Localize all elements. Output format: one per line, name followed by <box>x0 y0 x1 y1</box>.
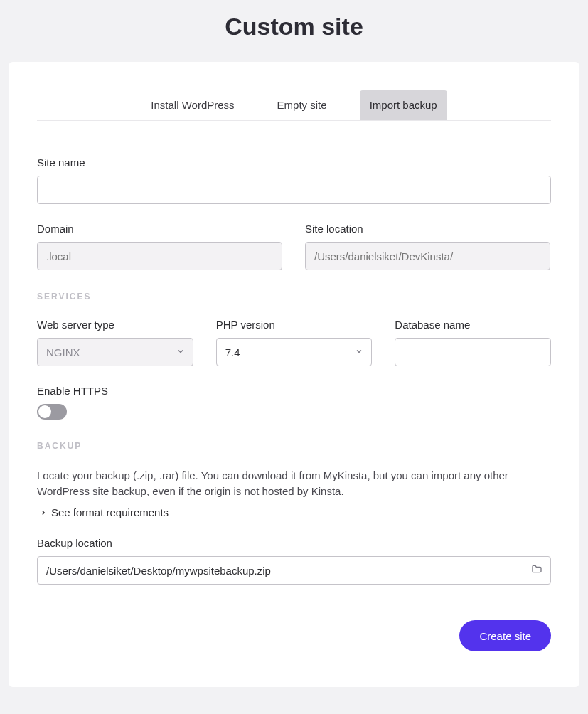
web-server-label: Web server type <box>37 319 193 331</box>
tab-import-backup[interactable]: Import backup <box>360 90 447 120</box>
database-name-field: Database name <box>395 319 551 366</box>
php-version-label: PHP version <box>216 319 373 331</box>
backup-location-label: Backup location <box>37 537 551 549</box>
site-name-label: Site name <box>37 156 551 169</box>
enable-https-row: Enable HTTPS <box>37 385 551 420</box>
site-name-row: Site name <box>37 156 551 204</box>
site-name-input[interactable] <box>37 176 551 204</box>
create-site-button[interactable]: Create site <box>459 620 551 651</box>
web-server-select[interactable]: NGINX <box>37 338 193 366</box>
toggle-knob <box>38 405 51 418</box>
backup-location-wrap <box>37 556 551 585</box>
database-name-input[interactable] <box>395 338 551 366</box>
format-requirements-text: See format requirements <box>51 506 169 518</box>
backup-location-row: Backup location <box>37 537 551 585</box>
services-row: Web server type NGINX PHP version 7.4 Da… <box>37 319 551 366</box>
domain-location-row: Domain Site location <box>37 223 551 270</box>
web-server-value: NGINX <box>37 338 193 366</box>
enable-https-toggle[interactable] <box>37 404 67 420</box>
backup-location-input[interactable] <box>37 556 551 585</box>
domain-input[interactable] <box>37 242 282 270</box>
folder-icon[interactable] <box>531 563 542 577</box>
domain-field: Domain <box>37 223 282 270</box>
tab-empty-site[interactable]: Empty site <box>267 90 337 120</box>
web-server-field: Web server type NGINX <box>37 319 193 366</box>
enable-https-label: Enable HTTPS <box>37 385 551 397</box>
site-location-field: Site location <box>305 223 550 270</box>
domain-label: Domain <box>37 223 282 235</box>
backup-description: Locate your backup (.zip, .rar) file. Yo… <box>37 468 551 499</box>
site-location-input[interactable] <box>305 242 550 270</box>
php-version-select[interactable]: 7.4 <box>216 338 373 366</box>
chevron-right-icon <box>40 507 47 518</box>
php-version-field: PHP version 7.4 <box>216 319 373 366</box>
database-name-label: Database name <box>395 319 551 331</box>
php-version-value: 7.4 <box>216 338 373 366</box>
backup-header: BACKUP <box>37 441 551 451</box>
tab-install-wordpress[interactable]: Install WordPress <box>141 90 244 120</box>
format-requirements-link[interactable]: See format requirements <box>40 506 169 518</box>
tabs-nav: Install WordPress Empty site Import back… <box>37 90 551 121</box>
site-location-label: Site location <box>305 223 550 235</box>
page-title: Custom site <box>0 0 588 62</box>
form-footer: Create site <box>37 620 551 651</box>
services-header: SERVICES <box>37 292 551 302</box>
form-card: Install WordPress Empty site Import back… <box>9 62 579 687</box>
